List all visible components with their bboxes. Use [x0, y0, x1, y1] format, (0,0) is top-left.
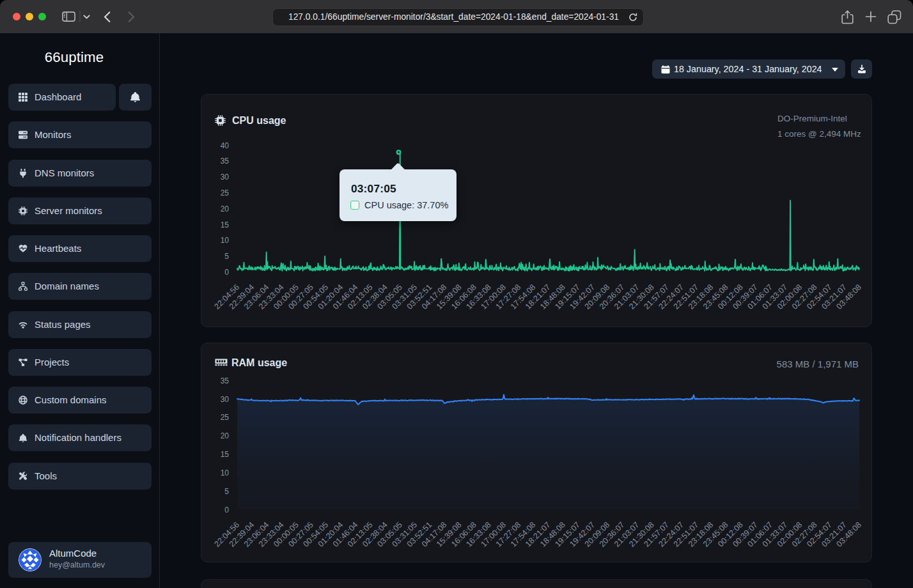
svg-text:15: 15	[221, 220, 230, 229]
svg-text:25: 25	[221, 413, 230, 422]
svg-text:20: 20	[221, 205, 230, 213]
svg-text:35: 35	[221, 376, 230, 385]
svg-text:0: 0	[224, 268, 229, 277]
svg-text:10: 10	[221, 468, 230, 477]
svg-text:15: 15	[221, 450, 230, 459]
svg-text:0: 0	[224, 506, 229, 514]
svg-text:30: 30	[221, 395, 230, 404]
svg-text:40: 40	[221, 141, 230, 150]
svg-text:5: 5	[224, 252, 229, 261]
svg-text:20: 20	[221, 431, 230, 440]
svg-text:35: 35	[221, 157, 230, 166]
svg-text:30: 30	[221, 173, 230, 182]
svg-text:25: 25	[221, 189, 230, 197]
svg-text:10: 10	[221, 236, 230, 245]
svg-text:5: 5	[224, 487, 229, 496]
